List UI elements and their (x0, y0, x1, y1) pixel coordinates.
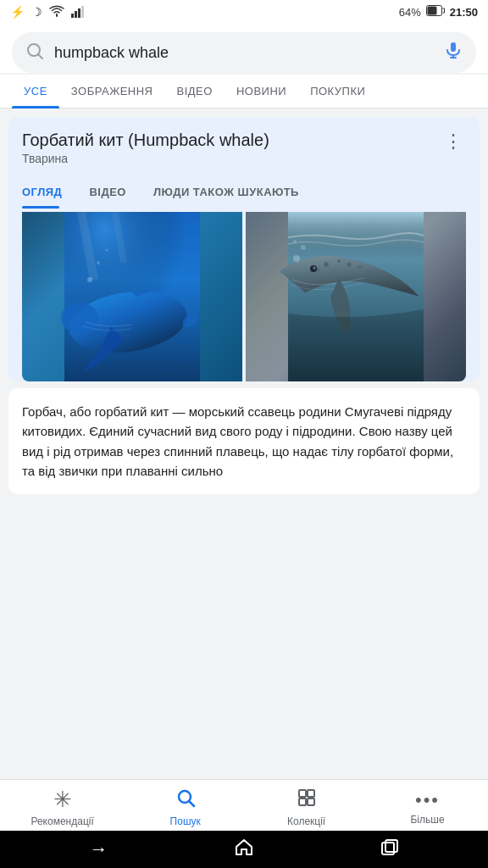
knowledge-title: Горбатий кит (Humpback whale) (22, 131, 269, 150)
description-text: Горбач, або горбатий кит — морський ссав… (22, 402, 466, 481)
tab-news[interactable]: НОВИНИ (225, 75, 298, 108)
svg-rect-4 (451, 42, 456, 52)
svg-line-3 (38, 54, 42, 58)
svg-rect-30 (299, 798, 306, 805)
svg-point-17 (337, 259, 341, 263)
more-options-icon[interactable]: ⋮ (441, 131, 466, 153)
svg-point-11 (87, 277, 92, 282)
search-query[interactable]: humpback whale (54, 44, 434, 62)
tab-video[interactable]: ВІДЕО (165, 75, 225, 108)
whale-images-grid (22, 212, 466, 381)
svg-point-24 (301, 245, 306, 250)
svg-rect-31 (308, 798, 314, 805)
status-bar: ⚡ ☽ 64% 21:50 (0, 0, 488, 24)
nav-label-recommendations: Рекомендації (30, 815, 93, 827)
svg-rect-29 (308, 790, 314, 797)
android-back-button[interactable]: ← (89, 838, 108, 860)
svg-rect-28 (299, 790, 306, 797)
svg-point-12 (97, 261, 100, 264)
search-bar-container: humpback whale (0, 24, 488, 73)
svg-point-16 (324, 262, 329, 267)
svg-point-13 (106, 249, 108, 252)
search-bar[interactable]: humpback whale (12, 32, 476, 73)
battery-icon (426, 5, 445, 19)
inner-tabs: ОГЛЯД ВІДЕО ЛЮДИ ТАКОЖ ШУКАЮТЬ (22, 177, 466, 207)
description-card: Горбач, або горбатий кит — морський ссав… (8, 388, 480, 494)
nav-label-search: Пошук (170, 815, 201, 827)
svg-point-25 (293, 240, 297, 243)
knowledge-header: Горбатий кит (Humpback whale) Тварина ⋮ (22, 131, 466, 165)
svg-point-22 (313, 267, 316, 270)
nav-label-collections: Колекції (287, 815, 325, 827)
wifi-icon (49, 5, 64, 19)
inner-tab-overview[interactable]: ОГЛЯД (22, 177, 75, 207)
nav-label-more: Більше (410, 814, 444, 826)
tab-all[interactable]: УСЕ (12, 75, 59, 108)
bottom-nav: ✳ Рекомендації Пошук Колекції ••• Більше (0, 779, 488, 831)
nav-item-collections[interactable]: Колекції (277, 787, 336, 827)
battery-percent: 64% (399, 6, 421, 19)
inner-tab-people-also[interactable]: ЛЮДИ ТАКОЖ ШУКАЮТЬ (140, 177, 313, 207)
tab-images[interactable]: ЗОБРАЖЕННЯ (59, 75, 165, 108)
signal-icon (71, 6, 84, 18)
time: 21:50 (450, 6, 478, 19)
whale-image-left[interactable] (22, 212, 242, 381)
android-nav-bar: ← (0, 831, 488, 868)
inner-tab-video[interactable]: ВІДЕО (75, 177, 140, 207)
knowledge-card: Горбатий кит (Humpback whale) Тварина ⋮ … (8, 117, 480, 381)
svg-line-27 (189, 801, 194, 806)
collections-icon (297, 787, 317, 813)
svg-point-18 (347, 263, 352, 267)
svg-point-19 (358, 265, 362, 269)
svg-rect-1 (427, 7, 436, 15)
more-nav-icon: ••• (415, 789, 440, 811)
android-recents-button[interactable] (380, 838, 399, 861)
search-icon (25, 42, 44, 64)
whale-image-right[interactable] (246, 212, 466, 381)
tab-shopping[interactable]: ПОКУПКИ (298, 75, 377, 108)
moon-icon: ☽ (31, 5, 42, 19)
knowledge-subtitle: Тварина (22, 152, 269, 165)
search-nav-icon (175, 787, 196, 813)
main-tabs: УСЕ ЗОБРАЖЕННЯ ВІДЕО НОВИНИ ПОКУПКИ (0, 75, 488, 108)
svg-point-23 (293, 255, 300, 262)
android-home-button[interactable] (234, 837, 254, 862)
nav-item-more[interactable]: ••• Більше (398, 789, 458, 826)
mic-icon[interactable] (444, 41, 463, 64)
recommendations-icon: ✳ (53, 787, 72, 813)
nav-item-recommendations[interactable]: ✳ Рекомендації (30, 787, 93, 827)
nav-item-search[interactable]: Пошук (156, 787, 215, 827)
bluetooth-icon: ⚡ (10, 5, 25, 19)
